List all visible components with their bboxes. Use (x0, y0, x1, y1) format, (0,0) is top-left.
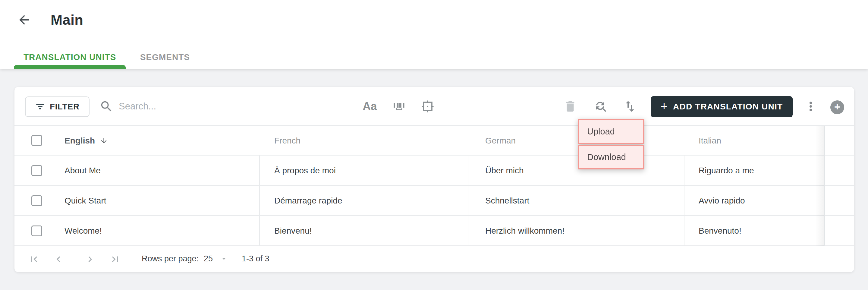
column-header-english[interactable]: English (64, 126, 108, 155)
cell-english: Quick Start (64, 186, 106, 216)
next-page-button[interactable] (84, 253, 97, 266)
select-all-checkbox[interactable] (31, 135, 42, 146)
cell-italian: Riguardo a me (699, 155, 754, 186)
column-header-german-label: German (485, 136, 516, 146)
translation-units-card: FILTER Search... Aa (14, 87, 854, 272)
menu-item-upload[interactable]: Upload (578, 119, 644, 144)
cell-french: Bienvenu! (274, 216, 312, 246)
column-header-german[interactable]: German (485, 126, 516, 155)
search-icon (99, 99, 113, 113)
column-header-italian-label: Italian (699, 136, 721, 146)
match-case-button[interactable]: Aa (360, 97, 379, 116)
cell-english: Welcome! (64, 216, 102, 246)
find-replace-icon (594, 99, 608, 113)
delete-button[interactable] (561, 97, 580, 116)
cell-german: Herzlich willkommen! (485, 216, 564, 246)
chevron-right-icon (84, 254, 96, 265)
import-export-icon (623, 99, 637, 114)
rows-per-page-value: 25 (204, 254, 213, 263)
add-translation-unit-button[interactable]: + ADD TRANSLATION UNIT (651, 96, 793, 117)
search-placeholder: Search... (119, 101, 156, 112)
tab-segments[interactable]: SEGMENTS (126, 46, 204, 69)
cell-french: À propos de moi (274, 155, 336, 186)
tab-translation-units-label: TRANSLATION UNITS (24, 53, 116, 62)
fab-plus-icon: + (834, 102, 840, 112)
pinned-column-shadow (815, 126, 824, 246)
crop-target-icon (421, 99, 435, 114)
menu-item-upload-label: Upload (587, 126, 615, 137)
chevron-left-icon (53, 254, 64, 265)
column-header-french[interactable]: French (274, 126, 301, 155)
barcode-icon (391, 99, 406, 114)
column-header-english-label: English (64, 136, 95, 146)
cell-italian: Avvio rapido (699, 186, 745, 216)
pinned-column-separator (824, 126, 825, 246)
first-page-button[interactable] (27, 253, 41, 266)
tab-segments-label: SEGMENTS (140, 53, 190, 62)
back-button[interactable] (16, 11, 33, 28)
app-header: Main TRANSLATION UNITS SEGMENTS (0, 0, 868, 69)
cell-english: About Me (64, 155, 101, 186)
rows-per-page-label: Rows per page: (142, 246, 198, 271)
table-header-row: English French German Italian (14, 126, 854, 155)
previous-page-button[interactable] (52, 253, 65, 266)
sort-arrow-down-icon (100, 137, 108, 145)
column-separator (684, 155, 684, 246)
tab-bar: TRANSLATION UNITS SEGMENTS (14, 46, 204, 69)
last-page-button[interactable] (108, 253, 122, 266)
menu-item-download[interactable]: Download (578, 145, 644, 169)
column-separator (468, 155, 468, 246)
select-element-button[interactable] (418, 97, 437, 116)
trash-icon (563, 99, 577, 113)
table-toolbar: FILTER Search... Aa (14, 87, 854, 126)
kebab-menu-icon (804, 100, 817, 113)
rows-per-page-select[interactable]: 25 (204, 246, 227, 271)
column-separator (259, 155, 260, 246)
find-replace-button[interactable] (591, 97, 610, 116)
column-header-italian[interactable]: Italian (699, 126, 721, 155)
row-checkbox[interactable] (31, 195, 42, 206)
import-export-menu: Upload Download (578, 119, 644, 169)
cell-french: Démarrage rapide (274, 186, 342, 216)
page-title: Main (51, 11, 83, 28)
caret-down-icon (221, 256, 227, 262)
active-tab-indicator (14, 65, 126, 69)
filter-button-label: FILTER (50, 102, 79, 112)
plus-icon: + (661, 100, 668, 112)
add-translation-unit-label: ADD TRANSLATION UNIT (673, 102, 783, 112)
column-header-french-label: French (274, 136, 301, 146)
barcode-search-button[interactable] (389, 97, 408, 116)
app-screen: Main TRANSLATION UNITS SEGMENTS FILTER (0, 0, 868, 290)
row-checkbox[interactable] (31, 226, 42, 236)
match-case-icon: Aa (363, 100, 377, 113)
table-row-about-me[interactable]: About Me À propos de moi Über mich Rigua… (14, 155, 854, 186)
search-input[interactable]: Search... (99, 87, 156, 126)
filter-list-icon (35, 102, 45, 112)
cell-german: Über mich (485, 155, 524, 186)
cell-italian: Benvenuto! (699, 216, 741, 246)
first-page-icon (28, 254, 40, 265)
add-fab-button[interactable]: + (830, 100, 844, 114)
table-footer: Rows per page: 25 1-3 of 3 (14, 246, 854, 271)
tab-translation-units[interactable]: TRANSLATION UNITS (14, 46, 126, 69)
row-checkbox[interactable] (31, 165, 42, 176)
table-row-quick-start[interactable]: Quick Start Démarrage rapide Schnellstar… (14, 186, 854, 216)
more-options-button[interactable] (801, 97, 820, 116)
last-page-icon (110, 254, 121, 265)
menu-item-download-label: Download (587, 152, 626, 162)
table-row-welcome[interactable]: Welcome! Bienvenu! Herzlich willkommen! … (14, 216, 854, 246)
pagination-range: 1-3 of 3 (242, 246, 270, 271)
back-arrow-icon (17, 13, 31, 27)
filter-button[interactable]: FILTER (25, 96, 90, 117)
cell-german: Schnellstart (485, 186, 529, 216)
import-export-button[interactable] (620, 97, 640, 116)
